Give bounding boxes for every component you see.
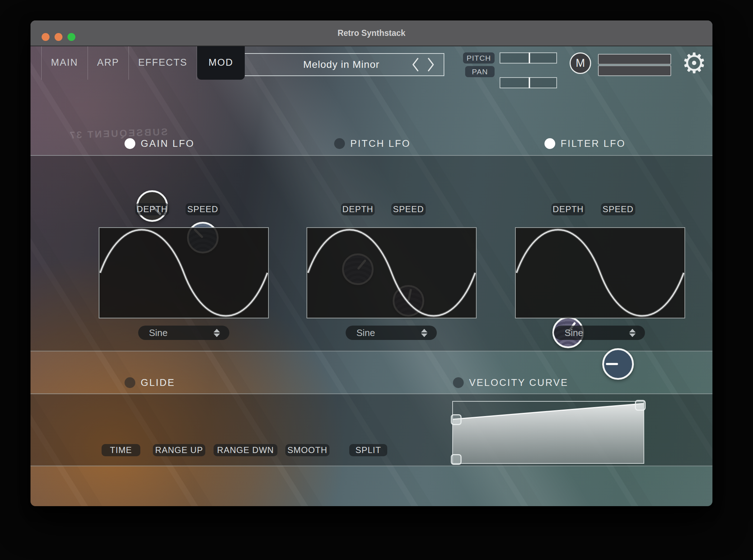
brand-logo: M [570,52,591,74]
pan-label: PAN [465,66,495,77]
master-meter-top [598,54,671,65]
pitch-lfo-title: PITCH LFO [350,138,411,149]
filter-speed-label: SPEED [601,203,635,215]
preset-next-icon[interactable] [426,57,436,73]
glide-smooth-label: SMOOTH [285,444,329,456]
gain-wave-select[interactable]: Sine [138,326,229,340]
sine-wave-icon [307,228,476,318]
gain-depth-label: DEPTH [135,203,169,215]
velocity-curve-title: VELOCITY CURVE [469,377,569,388]
filter-wave-value: Sine [565,327,629,339]
velocity-curve-enable-led[interactable] [453,377,464,388]
filter-lfo-waveform-display [515,227,685,318]
glide-range-up-label: RANGE UP [153,444,205,456]
glide-split-label: SPLIT [349,444,387,456]
tab-mod[interactable]: MOD [197,46,245,80]
settings-gear-icon[interactable]: ⚙ [679,48,709,78]
sort-arrows-icon [421,329,427,337]
velocity-handle-left-start[interactable] [451,414,462,425]
gain-wave-value: Sine [149,327,214,339]
pitch-lfo-waveform-display [307,227,477,318]
pitch-depth-label: DEPTH [341,203,375,215]
tab-arp[interactable]: ARP [88,46,129,80]
glide-title: GLIDE [141,377,175,388]
pitch-lfo-enable-led[interactable] [334,138,345,149]
sort-arrows-icon [629,329,636,337]
pitch-wave-value: Sine [356,327,421,339]
velocity-curve-shape [453,401,644,463]
sine-wave-icon [516,228,684,318]
velocity-handle-top-right[interactable] [635,400,646,411]
gain-speed-label: SPEED [186,203,220,215]
filter-lfo-title: FILTER LFO [561,138,626,149]
pitch-slider-thumb[interactable] [529,52,530,64]
pitch-speed-label: SPEED [391,203,426,215]
tab-effects[interactable]: EFFECTS [129,46,197,80]
pitch-slider[interactable] [500,52,557,64]
filter-wave-select[interactable]: Sine [554,326,645,340]
preset-name: Melody in Minor [303,59,380,70]
window-title: Retro Synthstack [31,20,712,46]
glide-range-dwn-label: RANGE DWN [214,444,277,456]
glide-time-label: TIME [102,444,140,456]
preset-prev-icon[interactable] [411,57,421,73]
filter-lfo-enable-led[interactable] [544,138,555,149]
gain-lfo-enable-led[interactable] [125,138,135,149]
pitch-wave-select[interactable]: Sine [346,326,437,340]
nav-tabs: MAIN ARP EFFECTS MOD [41,46,245,80]
plugin-window: SUBSEQUENT 37 Retro Synthstack MAIN ARP … [31,20,712,506]
velocity-curve-display[interactable] [453,401,644,463]
master-meter-bottom [598,65,671,76]
preset-selector[interactable]: Melody in Minor [238,53,444,76]
gain-lfo-title: GAIN LFO [141,138,195,149]
velocity-handle-bottom-left[interactable] [451,454,462,465]
pan-slider[interactable] [500,77,557,88]
sine-wave-icon [99,228,268,318]
sort-arrows-icon [214,329,220,337]
filter-speed-knob[interactable] [602,348,634,380]
pan-slider-thumb[interactable] [529,77,530,88]
pitch-label: PITCH [463,52,495,64]
tab-main[interactable]: MAIN [41,46,88,80]
titlebar: Retro Synthstack [31,20,712,46]
filter-depth-label: DEPTH [551,203,585,215]
gain-lfo-waveform-display [99,227,269,318]
glide-enable-led[interactable] [125,377,135,388]
